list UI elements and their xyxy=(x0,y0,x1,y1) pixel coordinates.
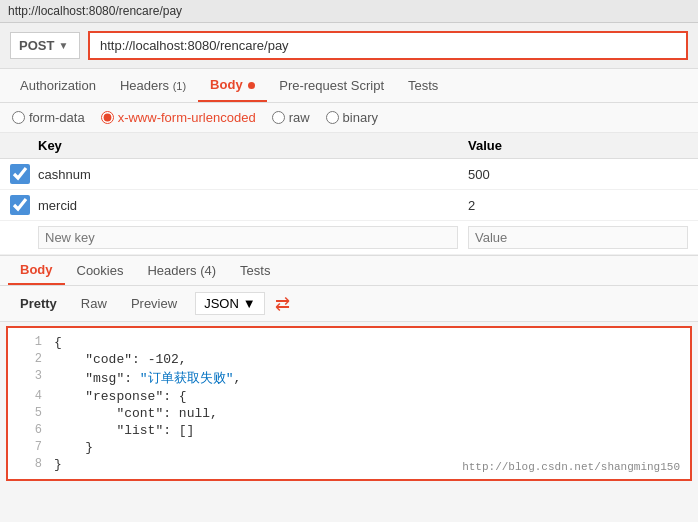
line-num-1: 1 xyxy=(18,335,42,350)
radio-urlencoded[interactable]: x-www-form-urlencoded xyxy=(101,110,256,125)
url-text: http://localhost:8080/rencare/pay xyxy=(100,38,289,53)
table-row: mercid 2 xyxy=(0,190,698,221)
format-label: JSON xyxy=(204,296,239,311)
json-line-4: 4 "response": { xyxy=(8,388,690,405)
line-num-6: 6 xyxy=(18,423,42,438)
preview-button[interactable]: Preview xyxy=(121,293,187,314)
json-line-2: 2 "code": -102, xyxy=(8,351,690,368)
tab-headers-label: Headers xyxy=(120,78,169,93)
row-cashnum-value: 500 xyxy=(468,167,688,182)
row-cashnum-key: cashnum xyxy=(38,167,468,182)
body-dot-indicator xyxy=(248,82,255,89)
line-num-8: 8 xyxy=(18,457,42,472)
radio-binary-label: binary xyxy=(343,110,378,125)
new-key-input[interactable] xyxy=(38,226,458,249)
response-tabs: Body Cookies Headers (4) Tests xyxy=(0,256,698,286)
resp-tab-body[interactable]: Body xyxy=(8,256,65,285)
row-mercid-key: mercid xyxy=(38,198,468,213)
method-select[interactable]: POST ▼ xyxy=(10,32,80,59)
radio-urlencoded-label: x-www-form-urlencoded xyxy=(118,110,256,125)
resp-tab-body-label: Body xyxy=(20,262,53,277)
json-content-2: "code": -102, xyxy=(54,352,187,367)
line-num-2: 2 xyxy=(18,352,42,367)
raw-button[interactable]: Raw xyxy=(71,293,117,314)
tab-headers[interactable]: Headers (1) xyxy=(108,70,198,101)
tab-prerequest[interactable]: Pre-request Script xyxy=(267,70,396,101)
tab-authorization[interactable]: Authorization xyxy=(8,70,108,101)
radio-form-data[interactable]: form-data xyxy=(12,110,85,125)
table-row-new xyxy=(0,221,698,255)
format-select[interactable]: JSON ▼ xyxy=(195,292,265,315)
wrap-icon[interactable]: ⇄ xyxy=(275,293,290,315)
tab-prerequest-label: Pre-request Script xyxy=(279,78,384,93)
resp-tab-cookies-label: Cookies xyxy=(77,263,124,278)
watermark: http://blog.csdn.net/shangming150 xyxy=(462,461,680,473)
resp-tab-tests[interactable]: Tests xyxy=(228,257,282,284)
radio-binary[interactable]: binary xyxy=(326,110,378,125)
json-content-8: } xyxy=(54,457,62,472)
method-label: POST xyxy=(19,38,54,53)
json-content-3: "msg": "订单获取失败", xyxy=(54,369,241,387)
row-mercid-value: 2 xyxy=(468,198,688,213)
kv-table: Key Value cashnum 500 mercid 2 xyxy=(0,133,698,256)
json-line-6: 6 "list": [] xyxy=(8,422,690,439)
tab-body[interactable]: Body xyxy=(198,69,267,102)
tab-authorization-label: Authorization xyxy=(20,78,96,93)
json-content-1: { xyxy=(54,335,62,350)
json-content-5: "cont": null, xyxy=(54,406,218,421)
json-output: 1 { 2 "code": -102, 3 "msg": "订单获取失败", 4… xyxy=(6,326,692,481)
radio-raw[interactable]: raw xyxy=(272,110,310,125)
resp-tab-cookies[interactable]: Cookies xyxy=(65,257,136,284)
col-value-header: Value xyxy=(468,138,688,153)
resp-tab-headers-label: Headers (4) xyxy=(147,263,216,278)
col-key-header: Key xyxy=(10,138,468,153)
pretty-button[interactable]: Pretty xyxy=(10,293,67,314)
new-key-cell[interactable] xyxy=(38,226,468,249)
line-num-4: 4 xyxy=(18,389,42,404)
table-row: cashnum 500 xyxy=(0,159,698,190)
row-mercid-checkbox[interactable] xyxy=(10,195,30,215)
top-bar: http://localhost:8080/rencare/pay xyxy=(0,0,698,23)
kv-table-header: Key Value xyxy=(0,133,698,159)
new-value-input[interactable] xyxy=(468,226,688,249)
resp-tab-headers[interactable]: Headers (4) xyxy=(135,257,228,284)
json-content-7: } xyxy=(54,440,93,455)
tab-tests-label: Tests xyxy=(408,78,438,93)
tab-tests[interactable]: Tests xyxy=(396,70,450,101)
json-line-7: 7 } xyxy=(8,439,690,456)
top-bar-url: http://localhost:8080/rencare/pay xyxy=(8,4,182,18)
new-value-cell[interactable] xyxy=(468,226,688,249)
json-line-1: 1 { xyxy=(8,334,690,351)
response-toolbar: Pretty Raw Preview JSON ▼ ⇄ xyxy=(0,286,698,322)
nav-tabs: Authorization Headers (1) Body Pre-reque… xyxy=(0,69,698,103)
url-input[interactable]: http://localhost:8080/rencare/pay xyxy=(88,31,688,60)
tab-body-label: Body xyxy=(210,77,243,92)
resp-tab-tests-label: Tests xyxy=(240,263,270,278)
headers-badge: (1) xyxy=(173,80,186,92)
line-num-7: 7 xyxy=(18,440,42,455)
response-section: Body Cookies Headers (4) Tests Pretty Ra… xyxy=(0,256,698,481)
json-line-3: 3 "msg": "订单获取失败", xyxy=(8,368,690,388)
json-content-4: "response": { xyxy=(54,389,187,404)
format-arrow: ▼ xyxy=(243,296,256,311)
json-content-6: "list": [] xyxy=(54,423,194,438)
url-bar-area: POST ▼ http://localhost:8080/rencare/pay xyxy=(0,23,698,69)
method-arrow: ▼ xyxy=(58,40,68,51)
body-options: form-data x-www-form-urlencoded raw bina… xyxy=(0,103,698,133)
radio-raw-label: raw xyxy=(289,110,310,125)
row-cashnum-checkbox[interactable] xyxy=(10,164,30,184)
radio-form-data-label: form-data xyxy=(29,110,85,125)
line-num-3: 3 xyxy=(18,369,42,387)
json-line-5: 5 "cont": null, xyxy=(8,405,690,422)
line-num-5: 5 xyxy=(18,406,42,421)
